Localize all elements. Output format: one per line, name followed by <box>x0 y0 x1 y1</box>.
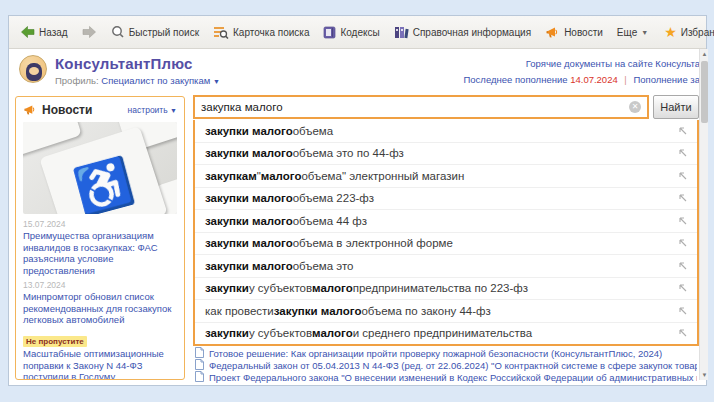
scroll-down-icon[interactable]: ▼ <box>700 370 709 380</box>
codes-button[interactable]: Кодексы <box>317 22 385 43</box>
back-button[interactable]: Назад <box>15 22 74 42</box>
document-icon <box>195 371 204 383</box>
document-link[interactable]: Проект Федерального закона "О внесении и… <box>195 371 697 383</box>
news-link[interactable]: Преимущества организациям инвалидов в го… <box>23 230 177 276</box>
app-window: Назад Быстрый поиск Карточка поиска Коде… <box>8 15 707 386</box>
search-card-label: Карточка поиска <box>233 27 309 38</box>
codes-label: Кодексы <box>340 27 379 38</box>
search-input[interactable] <box>195 97 629 117</box>
header-right: Горячие документы на сайте Консульта Пос… <box>463 56 700 88</box>
star-icon: ★ <box>664 27 677 37</box>
app-title: КонсультантПлюс <box>55 55 220 72</box>
profile-link[interactable]: Специалист по закупкам <box>101 75 210 86</box>
magnifier-icon <box>110 25 125 39</box>
main-toolbar: Назад Быстрый поиск Карточка поиска Коде… <box>9 16 706 49</box>
profile-line: Профиль: Специалист по закупкам ▼ <box>55 75 220 86</box>
news-item: Не пропуститеМасштабные оптимизационные … <box>23 330 177 380</box>
suggestion-item[interactable]: закупки у субъектов малого предпринимате… <box>195 277 697 300</box>
last-update-date: 14.07.2024 <box>570 74 618 85</box>
reference-books-icon <box>394 26 409 39</box>
fill-suggestion-arrow-icon[interactable] <box>679 305 687 317</box>
update-for-link[interactable]: Пополнение за <box>633 74 700 85</box>
fill-suggestion-arrow-icon[interactable] <box>679 282 687 294</box>
profile-label: Профиль: <box>55 75 99 86</box>
quick-search-label: Быстрый поиск <box>129 27 199 38</box>
divider: | <box>624 74 626 85</box>
news-image-keyboard-accessibility[interactable]: ♿ <box>23 122 177 214</box>
document-link[interactable]: Федеральный закон от 05.04.2013 N 44-ФЗ … <box>195 359 697 371</box>
suggestion-item[interactable]: закупкам "малого объема" электронный маг… <box>195 164 697 187</box>
vertical-scrollbar[interactable]: ▲ ▼ <box>699 49 708 380</box>
search-card-icon <box>213 26 229 39</box>
suggestion-item[interactable]: закупки малого объема 44 фз <box>195 209 697 232</box>
configure-news-link[interactable]: настроить ▼ <box>128 105 177 115</box>
codes-book-icon <box>323 26 336 39</box>
search-suggestions-dropdown: закупки малого объемазакупки малого объе… <box>193 120 699 346</box>
fill-suggestion-arrow-icon[interactable] <box>679 327 687 339</box>
suggestion-item[interactable]: закупки малого объема <box>195 120 697 142</box>
news-item: 13.07.2024Минпромторг обновил список рек… <box>23 280 177 326</box>
news-badge: Не пропустите <box>23 336 87 347</box>
news-panel: Новости настроить ▼ ♿ 15.07.2024Преимуще… <box>15 96 185 380</box>
back-label: Назад <box>39 27 68 38</box>
document-link[interactable]: Готовое решение: Как организации пройти … <box>195 347 697 359</box>
favorites-button[interactable]: ★ Избранное <box>658 23 714 42</box>
news-link[interactable]: Минпромторг обновил список рекомендованн… <box>23 291 177 326</box>
suggestion-item[interactable]: как провести закупки малого объема по за… <box>195 299 697 322</box>
find-button[interactable]: Найти <box>653 95 699 119</box>
news-date: 13.07.2024 <box>23 280 177 290</box>
profile-chevron-icon[interactable]: ▼ <box>213 78 220 85</box>
consultantplus-app: { "colors": { "accent_orange": "#f0a043"… <box>0 0 714 402</box>
news-date: 15.07.2024 <box>23 219 177 229</box>
megaphone-icon <box>23 104 37 116</box>
scrollbar-thumb[interactable] <box>701 61 708 123</box>
last-update-link[interactable]: Последнее пополнение <box>463 74 567 85</box>
fill-suggestion-arrow-icon[interactable] <box>679 237 687 249</box>
megaphone-icon <box>545 26 560 39</box>
forward-arrow-icon <box>82 26 96 38</box>
quick-search-button[interactable]: Быстрый поиск <box>104 21 205 43</box>
back-arrow-icon <box>21 26 35 38</box>
hot-docs-link[interactable]: Горячие документы на сайте Консульта <box>526 58 700 69</box>
news-item: 15.07.2024Преимущества организациям инва… <box>23 219 177 276</box>
news-label: Новости <box>564 27 603 38</box>
favorites-label: Избранное <box>681 27 714 38</box>
news-link[interactable]: Масштабные оптимизационные поправки к За… <box>23 348 177 380</box>
search-bar: ✕ <box>193 95 649 119</box>
news-panel-title: Новости <box>42 103 92 117</box>
suggestion-item[interactable]: закупки малого объема это по 44-фз <box>195 142 697 165</box>
suggestion-item[interactable]: закупки малого объема 223-фз <box>195 187 697 210</box>
scroll-up-icon[interactable]: ▲ <box>700 49 709 59</box>
fill-suggestion-arrow-icon[interactable] <box>679 215 687 227</box>
news-list: 15.07.2024Преимущества организациям инва… <box>23 219 177 380</box>
document-icon <box>195 359 204 371</box>
chevron-down-icon: ▼ <box>641 29 648 36</box>
document-icon <box>195 347 204 359</box>
forward-button[interactable] <box>76 22 102 42</box>
news-button[interactable]: Новости <box>539 22 609 43</box>
reference-info-label: Справочная информация <box>413 27 531 38</box>
fill-suggestion-arrow-icon[interactable] <box>679 147 687 159</box>
fill-suggestion-arrow-icon[interactable] <box>679 192 687 204</box>
search-card-button[interactable]: Карточка поиска <box>207 22 315 43</box>
suggestion-item[interactable]: закупки малого объема это <box>195 254 697 277</box>
clear-search-icon[interactable]: ✕ <box>629 101 641 113</box>
reference-info-button[interactable]: Справочная информация <box>388 22 537 43</box>
fill-suggestion-arrow-icon[interactable] <box>679 260 687 272</box>
app-header: КонсультантПлюс Профиль: Специалист по з… <box>9 50 706 95</box>
logo: КонсультантПлюс Профиль: Специалист по з… <box>19 55 220 86</box>
mascot-avatar <box>19 55 47 83</box>
suggestion-item[interactable]: закупки у субъектов малого и среднего пр… <box>195 322 697 345</box>
background-document-list: Готовое решение: Как организации пройти … <box>195 347 697 383</box>
fill-suggestion-arrow-icon[interactable] <box>679 170 687 182</box>
suggestion-item[interactable]: закупки малого объема в электронной форм… <box>195 232 697 255</box>
fill-suggestion-arrow-icon[interactable] <box>679 125 687 137</box>
more-button[interactable]: Еще ▼ <box>611 23 654 42</box>
more-label: Еще <box>617 27 637 38</box>
news-panel-header: Новости настроить ▼ <box>23 103 177 117</box>
wheelchair-icon: ♿ <box>70 156 137 214</box>
